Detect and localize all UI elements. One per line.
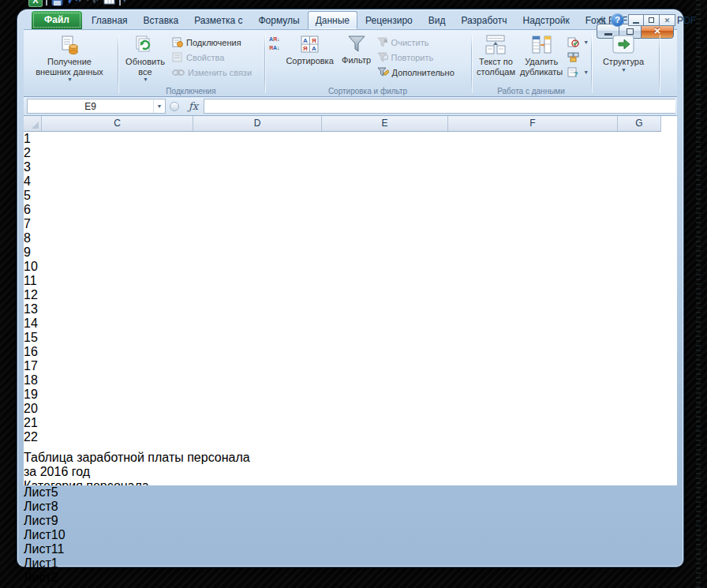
column-header-G[interactable]: G: [618, 116, 661, 131]
tab-данные[interactable]: Данные: [308, 11, 357, 29]
svg-text:А: А: [312, 45, 316, 52]
ribbon-tab-row: Файл ГлавнаяВставкаРазметка сФормулыДанн…: [24, 11, 677, 29]
row-header-22[interactable]: 22: [24, 430, 661, 444]
workbook-minimize-button[interactable]: [628, 14, 644, 26]
row-header-7[interactable]: 7: [24, 217, 661, 231]
text-to-columns-button[interactable]: Текст по столбцам: [474, 33, 518, 78]
sheet-tab-лист1[interactable]: Лист1: [24, 556, 677, 571]
sheet-tab-label: Л: [24, 585, 32, 588]
remove-duplicates-icon: [530, 35, 552, 55]
sheet-tab-лист8[interactable]: Лист8: [24, 500, 677, 514]
column-header-E[interactable]: E: [322, 116, 448, 131]
sheet-tab-лист10[interactable]: Лист10: [24, 528, 677, 542]
sheet-tab-лист2[interactable]: Лист2: [24, 571, 677, 585]
get-external-data-button[interactable]: Получение внешних данных ▼: [28, 33, 111, 84]
row-header-3[interactable]: 3: [24, 160, 661, 174]
row-header-4[interactable]: 4: [24, 174, 661, 189]
row-header-2[interactable]: 2: [24, 146, 661, 160]
ribbon-group-get-external-data: Получение внешних данных ▼: [25, 32, 118, 96]
edit-links-item[interactable]: Изменить связи: [170, 66, 254, 79]
sheet-tab-л[interactable]: Л: [24, 585, 677, 588]
row-header-12[interactable]: 12: [24, 288, 661, 302]
consolidate-button[interactable]: [565, 51, 591, 64]
row-header-13[interactable]: 13: [24, 302, 661, 316]
name-box-dropdown-icon[interactable]: ▼: [153, 99, 165, 113]
row-header-17[interactable]: 17: [24, 359, 661, 373]
row-header-14[interactable]: 14: [24, 316, 661, 331]
sheet-tab-label: Лист2: [24, 571, 58, 584]
row-header-11[interactable]: 11: [24, 274, 661, 288]
sort-ascending-button[interactable]: АЯ↓: [267, 36, 282, 43]
sheet-tab-лист9[interactable]: Лист9: [24, 514, 677, 528]
filter-funnel-icon: [347, 35, 366, 54]
data-validation-button[interactable]: ▼: [565, 36, 591, 49]
formula-bar-splitter[interactable]: [166, 99, 183, 114]
advanced-filter-item[interactable]: Дополнительно: [375, 66, 457, 79]
connections-icon: [172, 37, 183, 47]
tab-главная[interactable]: Главная: [84, 11, 136, 29]
name-box[interactable]: E9 ▼: [27, 99, 166, 114]
row-header-15[interactable]: 15: [24, 331, 661, 345]
refresh-icon: [135, 35, 155, 55]
row-header-21[interactable]: 21: [24, 416, 661, 430]
tab-разметка-с[interactable]: Разметка с: [186, 11, 250, 29]
tab-надстройк[interactable]: Надстройк: [515, 11, 578, 29]
formula-input[interactable]: [204, 99, 675, 114]
row-header-5[interactable]: 5: [24, 189, 661, 203]
row-header-20[interactable]: 20: [24, 402, 661, 416]
sort-descending-button[interactable]: ЯА↓: [267, 44, 282, 51]
tab-формулы[interactable]: Формулы: [250, 11, 307, 29]
select-all-corner[interactable]: [24, 116, 42, 131]
insert-function-icon[interactable]: ƒx: [183, 100, 204, 112]
row-header-18[interactable]: 18: [24, 373, 661, 388]
tab-разработч[interactable]: Разработч: [453, 11, 514, 29]
clear-filter-item[interactable]: Очистить: [375, 36, 457, 49]
sort-button[interactable]: АЯЯА Сортировка: [282, 33, 339, 68]
sheet-tab-лист11[interactable]: Лист11: [24, 542, 677, 556]
tab-вид[interactable]: Вид: [421, 11, 454, 29]
sheet-tab-label: Лист10: [24, 528, 65, 541]
sheet-tab-лист5[interactable]: Лист5: [24, 485, 677, 500]
row-header-10[interactable]: 10: [24, 260, 661, 274]
table-header-row: Категория персонала Дата Данные Сумма за…: [24, 479, 661, 485]
outline-button[interactable]: Структура ▼: [594, 33, 653, 75]
connections-item[interactable]: Подключения: [170, 36, 254, 49]
properties-item[interactable]: Свойства: [170, 51, 254, 64]
grid-body: 12345678910111213141516171819202122 Табл…: [24, 132, 661, 485]
sheet-grid: CDEFG 1234567891011121314151617181920212…: [24, 116, 661, 485]
row-header-8[interactable]: 8: [24, 231, 661, 245]
svg-text:А: А: [303, 37, 308, 44]
remove-duplicates-button[interactable]: Удалить дубликаты: [518, 33, 565, 78]
what-if-analysis-icon: ?: [567, 67, 579, 77]
clear-filter-icon: [377, 37, 388, 47]
sheet-tab-label: Лист11: [24, 542, 64, 556]
svg-text:Я: Я: [312, 37, 316, 44]
column-header-F[interactable]: F: [448, 116, 618, 131]
row-header-1[interactable]: 1: [24, 132, 661, 146]
collapse-ribbon-icon[interactable]: [596, 15, 607, 26]
name-box-value: E9: [28, 101, 153, 112]
sheet-tab-label: Лист1: [24, 556, 58, 570]
table-title: Таблица заработной платы персонала: [24, 451, 661, 465]
table-header-cell[interactable]: Категория персонала: [24, 479, 661, 485]
column-header-C[interactable]: C: [42, 116, 193, 131]
tab-рецензиро[interactable]: Рецензиро: [357, 11, 421, 29]
what-if-analysis-button[interactable]: ? ▼: [565, 66, 591, 79]
sheet-tab-label: Лист5: [24, 485, 58, 499]
row-header-6[interactable]: 6: [24, 203, 661, 217]
workbook-close-button[interactable]: ✕: [660, 14, 675, 26]
workbook-restore-button[interactable]: [644, 14, 660, 26]
row-header-9[interactable]: 9: [24, 245, 661, 260]
refresh-all-button[interactable]: Обновить все ▼: [121, 33, 170, 84]
filter-button[interactable]: Фильтр: [339, 33, 375, 67]
sheet-title-block: Таблица заработной платы персонала за 20…: [24, 451, 661, 479]
column-header-D[interactable]: D: [193, 116, 322, 131]
help-icon[interactable]: ?: [611, 13, 624, 27]
cells-area[interactable]: Таблица заработной платы персонала за 20…: [24, 451, 661, 485]
row-header-16[interactable]: 16: [24, 345, 661, 359]
reapply-filter-item[interactable]: Повторить: [375, 51, 457, 64]
desktop-texture: [696, 0, 701, 588]
row-header-19[interactable]: 19: [24, 388, 661, 402]
tab-file[interactable]: Файл: [32, 11, 82, 29]
tab-вставка[interactable]: Вставка: [136, 11, 187, 29]
